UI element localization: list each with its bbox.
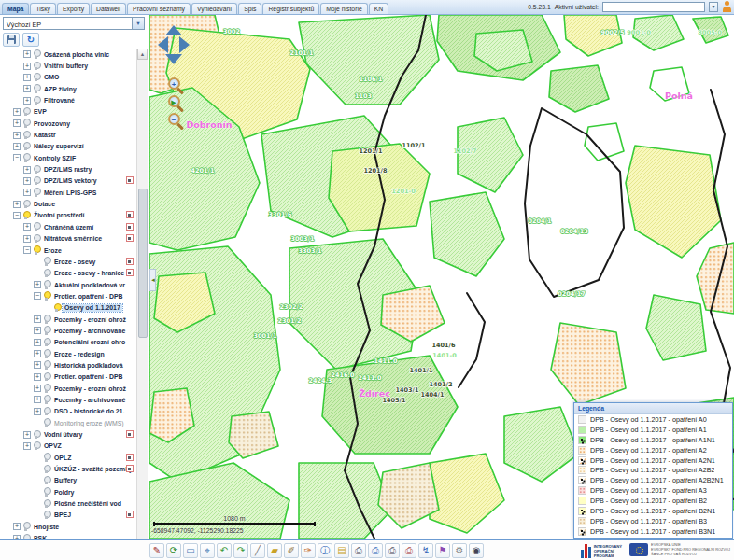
tab-moje-historie[interactable]: Moje historie bbox=[320, 3, 368, 14]
tree-item[interactable]: +DPZ/LMS rastry bbox=[0, 163, 136, 175]
expand-icon[interactable]: + bbox=[34, 339, 41, 346]
expand-icon[interactable]: + bbox=[13, 132, 21, 139]
tree-item-label[interactable]: Hnojiště bbox=[32, 523, 61, 530]
tree-item[interactable]: +Potenciální erozní ohro bbox=[0, 337, 136, 348]
tree-item-label[interactable]: Protier. opatření - DPB bbox=[52, 292, 125, 300]
tree-item-label[interactable]: Nitrátová směrnice bbox=[42, 235, 104, 243]
gps-tracking-icon[interactable]: ↯ bbox=[418, 543, 433, 558]
measure-distance-icon[interactable]: ╱ bbox=[250, 543, 265, 558]
layer-visibility-bulb-icon[interactable] bbox=[22, 107, 29, 117]
tree-item-label[interactable]: Katastr bbox=[32, 132, 58, 139]
tree-item-label[interactable]: Kontroly SZIF bbox=[32, 154, 78, 161]
scrollbar-thumb[interactable] bbox=[138, 189, 148, 338]
tree-item-label[interactable]: Plošné znečištění vod bbox=[52, 500, 123, 508]
layer-visibility-bulb-icon[interactable] bbox=[43, 280, 49, 289]
tree-item[interactable]: ÚKZÚZ - svažité pozemky bbox=[0, 463, 136, 474]
tree-item-label[interactable]: Eroze bbox=[42, 246, 64, 254]
print-map-icon[interactable]: ⎙ bbox=[368, 543, 383, 558]
tree-item-label[interactable]: Pozemky - erozní ohrož bbox=[52, 385, 128, 392]
tree-item[interactable]: −Životní prostředí bbox=[0, 210, 136, 221]
visibility-icon[interactable]: ◉ bbox=[469, 543, 484, 558]
tree-item[interactable]: Eroze - osevy - hranice bbox=[0, 268, 136, 279]
expand-icon[interactable]: + bbox=[13, 108, 21, 116]
tree-item[interactable]: Eroze - osevy bbox=[0, 256, 136, 267]
tab-pracovn-seznamy[interactable]: Pracovní seznamy bbox=[127, 3, 191, 14]
layer-visibility-bulb-icon[interactable] bbox=[43, 291, 49, 301]
tree-item[interactable]: +Hnojiště bbox=[0, 521, 136, 532]
tree-item-label[interactable]: Dotace bbox=[32, 201, 57, 208]
metadata-icon[interactable] bbox=[126, 465, 134, 472]
map-canvas[interactable]: 30022101/11106/111034201/11201/11201/812… bbox=[149, 15, 734, 539]
layer-visibility-bulb-icon[interactable] bbox=[33, 234, 39, 244]
tree-item[interactable]: +Měření LPIS-GPS bbox=[0, 187, 136, 198]
layer-visibility-bulb-icon[interactable] bbox=[43, 372, 49, 382]
layer-visibility-bulb-icon[interactable] bbox=[33, 49, 39, 59]
user-dropdown-button[interactable]: ▼ bbox=[709, 2, 718, 12]
tree-item[interactable]: +Pozemky - erozní ohrož bbox=[0, 314, 136, 325]
tree-item-label[interactable]: Eroze - redesign bbox=[52, 350, 106, 357]
layer-visibility-bulb-icon[interactable] bbox=[22, 153, 29, 162]
tree-item-label[interactable]: GMO bbox=[42, 74, 61, 81]
layer-visibility-bulb-icon[interactable] bbox=[43, 257, 49, 266]
metadata-icon[interactable] bbox=[126, 269, 134, 276]
tree-item-label[interactable]: Osázená plocha vinic bbox=[42, 50, 111, 58]
collapse-icon[interactable]: − bbox=[13, 154, 21, 161]
scroll-up-icon[interactable]: ▲ bbox=[137, 49, 148, 60]
expand-icon[interactable]: + bbox=[13, 201, 21, 208]
tree-item[interactable]: Osevy od 1.1.2017 bbox=[0, 302, 136, 314]
next-view-icon[interactable]: ↷ bbox=[233, 543, 248, 558]
collapse-icon[interactable]: − bbox=[23, 246, 31, 254]
expand-icon[interactable]: + bbox=[23, 223, 31, 231]
tree-scrollbar[interactable]: ▲ ▼ bbox=[136, 49, 148, 560]
tree-item-label[interactable]: EVP bbox=[32, 108, 49, 116]
print-icon[interactable]: ⎙ bbox=[351, 543, 366, 558]
tree-item[interactable]: +Nitrátová směrnice bbox=[0, 233, 136, 245]
pan-down-icon[interactable] bbox=[165, 54, 182, 64]
layer-visibility-bulb-icon[interactable] bbox=[43, 395, 49, 404]
layer-visibility-bulb-icon[interactable] bbox=[33, 245, 39, 255]
tree-item[interactable]: +Vnitřní buffery bbox=[0, 60, 136, 71]
tree-item[interactable]: Plošné znečištění vod bbox=[0, 497, 136, 509]
tree-item-label[interactable]: Monitoring eroze (WMS) bbox=[52, 419, 126, 427]
print-pdf-icon[interactable]: ⎙ bbox=[402, 543, 416, 558]
tree-item[interactable]: +Provozovny bbox=[0, 118, 136, 129]
pan-up-icon[interactable] bbox=[165, 25, 182, 35]
identify-icon[interactable]: ⓘ bbox=[318, 543, 332, 558]
tree-item[interactable]: −Kontroly SZIF bbox=[0, 152, 136, 163]
metadata-icon[interactable] bbox=[126, 454, 134, 461]
zoom-rectangle-icon[interactable]: ⌖ bbox=[200, 543, 215, 558]
tree-item[interactable]: +Pozemky - archivované bbox=[0, 325, 136, 336]
layer-visibility-bulb-icon[interactable] bbox=[22, 522, 29, 531]
tree-item-label[interactable]: Životní prostředí bbox=[32, 212, 86, 219]
layer-visibility-bulb-icon[interactable] bbox=[33, 188, 39, 197]
metadata-icon[interactable] bbox=[126, 511, 134, 518]
expand-icon[interactable]: + bbox=[34, 281, 41, 288]
save-profile-button[interactable] bbox=[3, 33, 20, 47]
expand-icon[interactable]: + bbox=[23, 50, 31, 58]
expand-icon[interactable]: + bbox=[23, 442, 31, 450]
expand-icon[interactable]: + bbox=[34, 350, 41, 357]
tree-item-label[interactable]: DPZ/LMS rastry bbox=[42, 166, 93, 174]
tree-item-label[interactable]: AZP živiny bbox=[42, 85, 78, 92]
layer-visibility-bulb-icon[interactable] bbox=[43, 487, 49, 497]
layer-visibility-bulb-icon[interactable] bbox=[43, 499, 49, 509]
tree-item[interactable]: +Dotace bbox=[0, 198, 136, 209]
layer-visibility-bulb-icon[interactable] bbox=[43, 407, 49, 416]
tree-item-label[interactable]: Buffery bbox=[52, 477, 78, 484]
expand-icon[interactable]: + bbox=[13, 119, 21, 127]
tree-item[interactable]: +Pozemky - archivované bbox=[0, 394, 136, 405]
print-extent-icon[interactable]: ⎙ bbox=[385, 543, 400, 558]
tree-item[interactable]: Monitoring eroze (WMS) bbox=[0, 417, 136, 428]
zoom-out-icon[interactable]: − bbox=[168, 113, 180, 125]
sketch-icon[interactable]: ✐ bbox=[284, 543, 299, 558]
expand-icon[interactable]: + bbox=[34, 396, 41, 403]
tree-item-label[interactable]: Potenciální erozní ohro bbox=[52, 339, 127, 346]
tree-item[interactable]: +Historická podkladová bbox=[0, 359, 136, 371]
tree-item-label[interactable]: DSO - historické do 21. bbox=[52, 408, 126, 415]
tree-item[interactable]: OPLZ bbox=[0, 452, 136, 463]
tree-item-label[interactable]: Chráněná území bbox=[42, 223, 95, 231]
expand-icon[interactable]: + bbox=[13, 523, 21, 530]
tree-item[interactable]: +Vodní útvary bbox=[0, 428, 136, 440]
layer-visibility-bulb-icon[interactable] bbox=[33, 441, 39, 451]
tree-item-label[interactable]: Pozemky - archivované bbox=[52, 396, 127, 403]
